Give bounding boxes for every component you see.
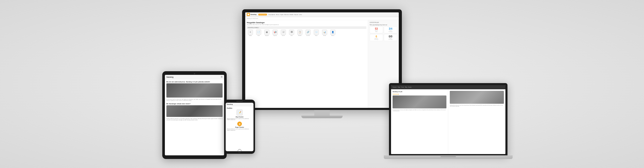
announcements-icon: 📢 — [274, 31, 276, 33]
welcome-title: Hoşgeldin Sanaloger — [247, 22, 366, 23]
ctrl-icon-categories[interactable]: ▦ Kategoriler — [263, 30, 270, 36]
user-icon: 👤 — [332, 31, 334, 33]
ctrl-icon-announcements-box: 📢 — [273, 30, 278, 35]
tablet-screen: Sanalog ☰ Biz de sizi sabırsızlıyoruz. S… — [165, 75, 224, 155]
phone-feature2-text: Sanalog çabalamasız size siz geldi yönet… — [227, 129, 252, 131]
ctrl-icon-user[interactable]: 👤 Kullanıcı — [329, 30, 336, 36]
stat-label-4: KategoriYazıt Sayısı — [385, 38, 396, 40]
nav-link-5[interactable]: Modüller — [290, 14, 293, 15]
nav-link-1[interactable]: Hesap Ayarları — [268, 14, 275, 15]
laptop-base — [384, 155, 513, 159]
ctrl-icon-shorturl[interactable]: 🔗 Kısa URL — [304, 30, 312, 36]
nav-link-7[interactable]: admin — [299, 14, 302, 15]
tablet-logo: Sanalog — [166, 76, 173, 78]
tasks-icon: ☑ — [283, 31, 284, 33]
laptop-nav-turnover[interactable]: Turnover — [393, 86, 397, 88]
ctrl-icon-announcements[interactable]: 📢 Duyurular — [272, 30, 279, 36]
tablet-content: Biz de sizi sabırsızlıyoruz. Sanalog 1.5… — [165, 79, 224, 124]
ctrl-icon-stats[interactable]: 📊 Slimstat — [321, 30, 328, 36]
laptop-text-1: On the other hand, we denounce with righ… — [393, 109, 446, 111]
events-icon: 📋 — [299, 31, 301, 33]
laptop-nav-blog[interactable]: Blog — [405, 86, 407, 88]
contact-icon: 📨 — [315, 31, 318, 33]
desktop-nav: Sanalog Kontrol Paneli Hesap Ayarları Me… — [245, 12, 399, 17]
laptop-text-2: Sanalog will be and you are never been a… — [450, 105, 504, 107]
shorturl-icon: 🔗 — [307, 31, 309, 33]
ctrl-icon-contact[interactable]: 📨 İletişim — [313, 30, 320, 36]
ctrl-icon-gallery-label: Galeri — [291, 35, 293, 36]
phone-section-title: Özellikler — [227, 107, 252, 109]
nav-link-3[interactable]: Faydalı — [280, 14, 283, 15]
gallery-icon: 🖼 — [291, 31, 293, 33]
tablet-menu-icon[interactable]: ☰ — [221, 76, 223, 78]
ctrl-icon-posts-label: Yazılar — [257, 35, 260, 36]
nav-link-2[interactable]: Mevcut — [276, 14, 279, 15]
desktop-device: Sanalog Kontrol Paneli Hesap Ayarları Me… — [242, 9, 402, 118]
nav-btn-orange[interactable]: Kontrol Paneli — [258, 14, 267, 15]
desktop-breadcrumb: Sanalog v1.5 Kök Paneli — [245, 17, 399, 20]
phone-speaker — [236, 101, 243, 102]
ctrl-icon-user-label: Kullanıcı — [331, 35, 334, 36]
stats-title: İSTATİSTİKLER — [370, 22, 397, 23]
phone-screen: Sanalog Özellikler 📝 Blog Yönetimi Sanal… — [226, 103, 253, 151]
laptop-image-2 — [450, 91, 504, 104]
tablet-nav: Sanalog ☰ — [165, 75, 224, 79]
tablet-section2-title: Bir Sanaloger olmak ister misin? — [166, 103, 223, 105]
ctrl-icon-categories-box: ▦ — [264, 30, 269, 35]
ctrl-icon-gallery[interactable]: 🖼 Galeri — [288, 30, 295, 36]
laptop-img-inner-2 — [450, 91, 504, 104]
phone-home-button[interactable] — [238, 149, 241, 153]
laptop-screen: Turnover Shop Forum Blog Donate Sanalog … — [391, 85, 505, 154]
stat-number-4: 0/0 — [385, 35, 396, 38]
tablet-camera — [194, 73, 195, 74]
stats-sub: Film yayınlamaya kaç tane var: — [370, 24, 397, 26]
stat-box-2: 3/4 YorumYazıt Sayısı — [384, 26, 397, 33]
nav-link-4[interactable]: Eklemeler — [284, 14, 289, 15]
ctrl-icon-tasks[interactable]: ☑ Görevler — [280, 30, 287, 36]
ctrl-icon-categories-label: Kategoriler — [265, 35, 269, 36]
control-panel-title: KONTROL PANELİ — [247, 26, 366, 29]
ctrl-icon-events[interactable]: 📋 Etkinlikler — [296, 30, 303, 36]
desktop-screen: Sanalog Kontrol Paneli Hesap Ayarları Me… — [245, 12, 399, 108]
ctrl-icon-user-box: 👤 — [330, 30, 335, 35]
ctrl-icon-shorturl-label: Kısa URL — [307, 35, 310, 36]
breadcrumb-text: Sanalog v1.5 Kök Paneli — [247, 18, 258, 19]
tablet-device: Sanalog ☰ Biz de sizi sabırsızlıyoruz. S… — [162, 71, 227, 159]
phone-feature2-title: Plugin Yönetimi — [227, 127, 252, 128]
ctrl-icon-stats-box: 📊 — [322, 30, 327, 35]
ctrl-icon-events-box: 📋 — [297, 30, 302, 35]
laptop-left-panel: Sanalog 1.5 çok ★★★★★ On the other hand,… — [391, 89, 448, 154]
tablet-text-2: Sanalog ekibi bol arpacılar ve sitemizde… — [166, 118, 223, 121]
nav-link-6[interactable]: Ekipman — [294, 14, 299, 15]
stat-number-2: 3/4 — [385, 27, 396, 30]
desktop-monitor: Sanalog Kontrol Paneli Hesap Ayarları Me… — [242, 9, 402, 110]
ctrl-icon-posts[interactable]: 📄 Yazılar — [255, 30, 262, 36]
laptop-section-title: Sanalog 1.5 çok — [393, 91, 446, 92]
desktop-stand-base — [301, 116, 343, 118]
ctrl-icon-contact-box: 📨 — [314, 30, 319, 35]
laptop-img-inner — [393, 95, 446, 108]
phone-feature2-icon: ◈ — [237, 122, 242, 126]
stat-label-2: YorumYazıt Sayısı — [385, 30, 396, 32]
ctrl-icon-announcements-label: Duyurular — [273, 35, 277, 36]
desktop-logo: Sanalog — [247, 13, 256, 16]
laptop-nav-donate[interactable]: Donate — [408, 86, 412, 88]
desktop-content: Hoşgeldin Sanaloger Hoş geldiniz 'Beta S… — [245, 20, 399, 108]
stat-label-1: Kitap 54Yazılar — [371, 30, 382, 32]
desktop-main: Hoşgeldin Sanaloger Hoş geldiniz 'Beta S… — [245, 20, 368, 108]
phone-feature1-title: Blog Yönetimi — [227, 116, 252, 118]
categories-icon: ▦ — [266, 31, 268, 33]
laptop-right-panel: Sanalog will be and you are never been a… — [448, 89, 505, 154]
ctrl-icon-contact-label: İletişim — [315, 35, 317, 36]
tablet-image-2 — [166, 105, 223, 117]
tablet-image-1 — [166, 83, 223, 98]
logo-icon — [247, 13, 250, 16]
ctrl-icon-pages[interactable]: ≡ Sayfalar — [247, 30, 254, 36]
ctrl-icon-gallery-box: 🖼 — [289, 30, 294, 35]
laptop-nav-forum[interactable]: Forum — [401, 86, 404, 88]
laptop-nav: Turnover Shop Forum Blog Donate — [391, 85, 505, 89]
laptop-image — [393, 95, 446, 108]
laptop-nav-shop[interactable]: Shop — [398, 86, 400, 88]
scene: Sanalog Kontrol Paneli Hesap Ayarları Me… — [142, 9, 502, 159]
desktop-stand-neck — [314, 110, 330, 116]
